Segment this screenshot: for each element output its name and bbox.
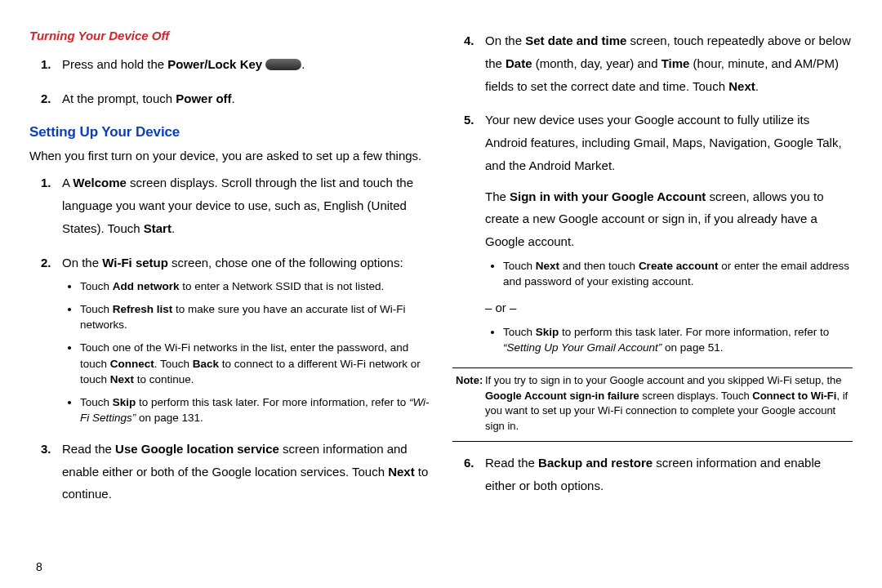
text: . <box>172 221 175 235</box>
bold-text: Date <box>506 56 532 70</box>
text: to perform this task later. For more inf… <box>136 396 409 408</box>
or-separator: – or – <box>485 296 853 319</box>
bold-text: Sign in with your Google Account <box>510 189 706 203</box>
setup-steps-continued: On the Set date and time screen, touch r… <box>452 29 853 356</box>
bold-text: Use Google location service <box>115 442 279 456</box>
heading-turning-off: Turning Your Device Off <box>29 26 430 45</box>
setup-steps: A Welcome screen displays. Scroll throug… <box>29 172 430 506</box>
list-item: On the Wi-Fi setup screen, chose one of … <box>29 252 430 426</box>
list-item: At the prompt, touch Power off. <box>29 87 430 110</box>
wifi-options: Touch Add network to enter a Network SSI… <box>62 278 430 426</box>
text: Read the <box>62 442 115 456</box>
text: to enter a Network SSID that is not list… <box>180 280 385 292</box>
text: to perform this task later. For more inf… <box>559 326 829 338</box>
list-item: Touch Next and then touch Create account… <box>503 258 853 290</box>
intro-paragraph: When you first turn on your device, you … <box>29 146 430 165</box>
bold-text: Next <box>728 79 755 93</box>
bold-text: Time <box>662 56 690 70</box>
bold-text: Google Account sign-in failure <box>485 390 639 402</box>
text: If you try to sign in to your Google acc… <box>485 374 841 386</box>
text: screen, chose one of the following optio… <box>168 256 403 270</box>
note-box: Note: If you try to sign in to your Goog… <box>452 368 853 442</box>
list-item: Read the Use Google location service scr… <box>29 438 430 506</box>
text: Touch <box>80 280 113 292</box>
text: . <box>232 91 235 105</box>
bold-text: Connect <box>110 358 154 370</box>
text: (month, day, year) and <box>532 56 662 70</box>
list-item: On the Set date and time screen, touch r… <box>452 29 853 97</box>
list-item: Touch Skip to perform this task later. F… <box>80 394 430 426</box>
text: . <box>755 79 759 93</box>
text: Your new device uses your Google account… <box>485 109 853 176</box>
list-item: Touch one of the Wi-Fi networks in the l… <box>80 340 430 388</box>
bold-text: Wi-Fi setup <box>102 256 168 270</box>
bold-text: Set date and time <box>525 33 626 47</box>
cross-reference: “Setting Up Your Gmail Account” <box>503 341 662 354</box>
bold-text: Backup and restore <box>538 456 653 470</box>
text: . Touch <box>154 358 193 370</box>
bold-text: Start <box>144 221 172 235</box>
text: on page 51. <box>662 341 723 354</box>
note-label: Note: <box>456 373 483 389</box>
text: Touch <box>503 260 536 272</box>
list-item: Touch Add network to enter a Network SSI… <box>80 278 430 295</box>
text: screen displays. Touch <box>639 390 753 402</box>
text: The Sign in with your Google Account scr… <box>485 185 853 253</box>
power-key-icon <box>265 59 301 70</box>
text: and then touch <box>559 260 639 272</box>
text: Touch <box>80 303 113 315</box>
setup-steps-final: Read the Backup and restore screen infor… <box>452 452 853 497</box>
bold-text: Create account <box>639 260 719 272</box>
list-item: A Welcome screen displays. Scroll throug… <box>29 172 430 239</box>
google-signin-skip: Touch Skip to perform this task later. F… <box>485 324 853 356</box>
bold-text: Refresh list <box>113 303 173 315</box>
text: At the prompt, touch <box>62 91 176 105</box>
bold-text: Skip <box>536 326 559 338</box>
note-body: If you try to sign in to your Google acc… <box>456 373 849 434</box>
bold-text: Power/Lock Key <box>167 57 262 71</box>
bold-text: Next <box>536 260 559 272</box>
list-item: Press and hold the Power/Lock Key . <box>29 53 430 76</box>
bold-text: Welcome <box>73 176 127 189</box>
text: Touch <box>503 326 536 338</box>
list-item: Your new device uses your Google account… <box>452 109 853 356</box>
text: On the <box>62 256 102 270</box>
right-column: On the Set date and time screen, touch r… <box>452 26 853 588</box>
text: Press and hold the <box>62 57 167 71</box>
bold-text: Power off <box>176 91 231 105</box>
page-number: 8 <box>36 560 42 573</box>
bold-text: Connect to Wi-Fi <box>752 390 836 402</box>
bold-text: Skip <box>113 396 136 408</box>
list-item: Touch Refresh list to make sure you have… <box>80 301 430 333</box>
bold-text: Next <box>110 373 134 385</box>
text: A <box>62 176 73 189</box>
text: Read the <box>485 456 538 470</box>
text: . <box>301 57 305 71</box>
manual-page: Turning Your Device Off Press and hold t… <box>0 0 882 588</box>
bold-text: Next <box>388 465 415 479</box>
bold-text: Back <box>193 358 219 370</box>
text: The <box>485 189 510 203</box>
heading-setting-up: Setting Up Your Device <box>29 122 430 143</box>
text: Touch <box>80 396 113 408</box>
text: to continue. <box>134 373 194 385</box>
turning-off-steps: Press and hold the Power/Lock Key . At t… <box>29 53 430 110</box>
text: on page 131. <box>136 412 203 424</box>
bold-text: Add network <box>113 280 180 292</box>
list-item: Read the Backup and restore screen infor… <box>452 452 853 497</box>
google-signin-options: Touch Next and then touch Create account… <box>485 258 853 290</box>
list-item: Touch Skip to perform this task later. F… <box>503 324 853 356</box>
text: On the <box>485 33 525 47</box>
left-column: Turning Your Device Off Press and hold t… <box>29 26 430 588</box>
